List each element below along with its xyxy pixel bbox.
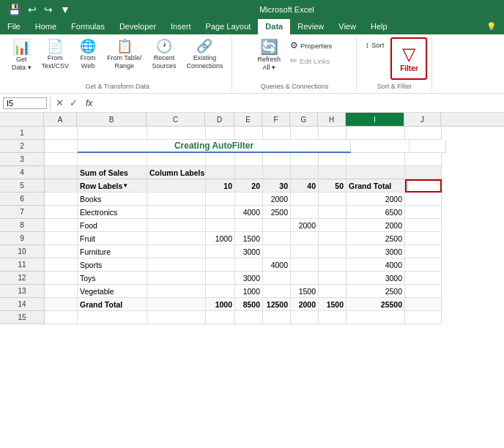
cell-a13[interactable]	[45, 285, 78, 298]
cell-f11[interactable]: 4000	[263, 258, 291, 272]
cell-a2[interactable]	[45, 140, 78, 153]
cell-f10[interactable]	[263, 245, 291, 258]
cell-h7[interactable]	[319, 206, 346, 219]
cell-d10[interactable]	[206, 245, 235, 258]
cell-h3[interactable]	[319, 153, 346, 166]
tab-view[interactable]: View	[331, 19, 363, 34]
row-header-12[interactable]: 12	[0, 272, 44, 285]
cell-c15[interactable]	[147, 311, 206, 324]
cell-d7[interactable]	[206, 206, 235, 219]
cell-h8[interactable]	[319, 219, 346, 232]
cell-e4[interactable]	[235, 166, 263, 179]
cell-a15[interactable]	[45, 311, 78, 324]
cell-h5[interactable]: 50	[319, 179, 346, 193]
cell-a11[interactable]	[45, 258, 78, 272]
cell-c1[interactable]	[147, 127, 206, 140]
cell-f9[interactable]	[263, 232, 291, 245]
cell-h1[interactable]	[319, 127, 346, 140]
tab-formulas[interactable]: Formulas	[64, 19, 112, 34]
cell-c6[interactable]	[147, 193, 206, 206]
sort-az-button[interactable]: ↕ Sort	[361, 39, 388, 51]
cell-d12[interactable]	[206, 272, 235, 285]
properties-button[interactable]: ⚙ Properties	[286, 39, 336, 52]
tab-lightbulb[interactable]: 💡	[479, 19, 504, 34]
cell-j8[interactable]	[405, 219, 442, 232]
cell-b6[interactable]: Books	[78, 193, 147, 206]
cell-b7[interactable]: Electronics	[78, 206, 147, 219]
cell-h6[interactable]	[319, 193, 346, 206]
cell-c10[interactable]	[147, 245, 206, 258]
cell-i13[interactable]: 2500	[346, 285, 405, 298]
cell-e14[interactable]: 8500	[235, 298, 263, 311]
cell-h13[interactable]	[319, 285, 346, 298]
cell-b13[interactable]: Vegetable	[78, 285, 147, 298]
row-header-14[interactable]: 14	[0, 298, 44, 311]
cell-c14[interactable]	[147, 298, 206, 311]
cell-g7[interactable]	[291, 206, 319, 219]
cell-g1[interactable]	[291, 127, 319, 140]
row-header-2[interactable]: 2	[0, 140, 44, 153]
cell-h9[interactable]	[319, 232, 346, 245]
tab-developer[interactable]: Developer	[112, 19, 163, 34]
cell-e8[interactable]	[235, 219, 263, 232]
cell-c11[interactable]	[147, 258, 206, 272]
cell-g14[interactable]: 2000	[291, 298, 319, 311]
row-header-5[interactable]: 5	[0, 179, 44, 193]
cell-d4[interactable]	[206, 166, 235, 179]
tab-review[interactable]: Review	[290, 19, 331, 34]
cell-i15[interactable]	[346, 311, 405, 324]
cell-i6[interactable]: 2000	[346, 193, 405, 206]
cell-b8[interactable]: Food	[78, 219, 147, 232]
cell-j9[interactable]	[405, 232, 442, 245]
cell-c13[interactable]	[147, 285, 206, 298]
cell-i12[interactable]: 3000	[346, 272, 405, 285]
cell-h10[interactable]	[319, 245, 346, 258]
cell-i11[interactable]: 4000	[346, 258, 405, 272]
cell-g12[interactable]	[291, 272, 319, 285]
col-header-b[interactable]: B	[77, 113, 147, 126]
cell-j5[interactable]	[405, 179, 442, 193]
refresh-all-button[interactable]: 🔄 RefreshAll ▾	[253, 37, 286, 74]
cell-a4[interactable]	[45, 166, 78, 179]
cell-g10[interactable]	[291, 245, 319, 258]
save-button[interactable]: 💾	[6, 3, 23, 16]
col-header-g[interactable]: G	[290, 113, 318, 126]
cell-j14[interactable]	[405, 298, 442, 311]
cell-e7[interactable]: 4000	[235, 206, 263, 219]
row-header-10[interactable]: 10	[0, 245, 44, 258]
cell-b5[interactable]: Row Labels ▼	[78, 179, 147, 193]
cell-j4[interactable]	[405, 166, 442, 179]
cell-j6[interactable]	[405, 193, 442, 206]
cell-e15[interactable]	[235, 311, 263, 324]
tab-page-layout[interactable]: Page Layout	[199, 19, 259, 34]
cell-c7[interactable]	[147, 206, 206, 219]
row-header-3[interactable]: 3	[0, 153, 44, 166]
existing-connections-button[interactable]: 🔗 ExistingConnections	[182, 37, 227, 72]
row-header-15[interactable]: 15	[0, 311, 44, 324]
cell-i5[interactable]: Grand Total	[346, 179, 405, 193]
cell-i8[interactable]: 2000	[346, 219, 405, 232]
cell-c5[interactable]	[147, 179, 206, 193]
confirm-formula-icon[interactable]: ✓	[67, 97, 80, 109]
cell-j2[interactable]	[410, 140, 446, 153]
col-header-i[interactable]: I	[346, 113, 404, 126]
cell-f5[interactable]: 30	[263, 179, 291, 193]
cell-d13[interactable]	[206, 285, 235, 298]
cell-f6[interactable]: 2000	[263, 193, 291, 206]
cell-h15[interactable]	[319, 311, 346, 324]
row-header-8[interactable]: 8	[0, 219, 44, 232]
tab-insert[interactable]: Insert	[163, 19, 199, 34]
cell-b9[interactable]: Fruit	[78, 232, 147, 245]
cancel-formula-icon[interactable]: ✕	[53, 97, 66, 109]
cell-b11[interactable]: Sports	[78, 258, 147, 272]
cell-d11[interactable]	[206, 258, 235, 272]
cell-i4[interactable]	[346, 166, 405, 179]
cell-a5[interactable]	[45, 179, 78, 193]
cell-c8[interactable]	[147, 219, 206, 232]
row-header-9[interactable]: 9	[0, 232, 44, 245]
cell-g6[interactable]	[291, 193, 319, 206]
cell-i9[interactable]: 2500	[346, 232, 405, 245]
cell-d3[interactable]	[206, 153, 235, 166]
cell-h14[interactable]: 1500	[319, 298, 346, 311]
cell-b3[interactable]	[78, 153, 147, 166]
